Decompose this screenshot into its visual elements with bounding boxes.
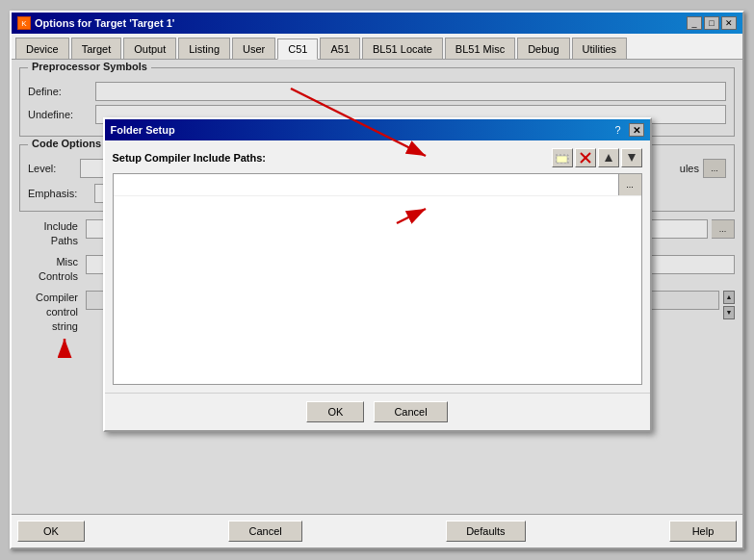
dialog-title-bar: Folder Setup ? ✕ <box>105 119 650 140</box>
move-down-btn[interactable] <box>621 148 642 167</box>
delete-icon <box>580 152 591 164</box>
down-arrow-icon <box>627 153 637 163</box>
dialog-title: Folder Setup <box>111 124 175 136</box>
tab-bl51-misc[interactable]: BL51 Misc <box>445 38 515 59</box>
bottom-toolbar: OK Cancel Defaults Help <box>12 514 742 547</box>
help-button[interactable]: Help <box>669 521 737 542</box>
window-title: Options for Target 'Target 1' <box>35 17 174 29</box>
dialog-browse-btn[interactable]: ... <box>618 174 641 195</box>
svg-marker-4 <box>605 154 612 162</box>
close-button[interactable]: ✕ <box>721 16 737 30</box>
svg-marker-5 <box>628 154 636 162</box>
up-arrow-icon <box>604 153 613 163</box>
dialog-cancel-btn[interactable]: Cancel <box>374 401 447 422</box>
ok-button[interactable]: OK <box>17 521 85 542</box>
dialog-toolbar-label: Setup Compiler Include Paths: <box>113 152 267 164</box>
maximize-button[interactable]: □ <box>704 16 719 30</box>
tab-listing[interactable]: Listing <box>178 38 230 59</box>
new-folder-icon <box>556 152 569 164</box>
dialog-list-area: ... <box>113 173 642 385</box>
tab-bl51-locate[interactable]: BL51 Locate <box>362 38 443 59</box>
dialog-bottom: OK Cancel <box>105 393 650 430</box>
tab-c51[interactable]: C51 <box>277 38 318 60</box>
app-icon: K <box>17 16 31 30</box>
tab-user[interactable]: User <box>232 38 275 59</box>
dialog-overlay: Folder Setup ? ✕ Setup Compiler Include … <box>12 60 742 514</box>
dialog-ok-btn[interactable]: OK <box>306 401 364 422</box>
tab-a51[interactable]: A51 <box>320 38 360 59</box>
svg-rect-1 <box>557 156 567 163</box>
dialog-toolbar-buttons <box>552 148 642 167</box>
cancel-button[interactable]: Cancel <box>228 521 301 542</box>
defaults-button[interactable]: Defaults <box>446 521 525 542</box>
delete-btn[interactable] <box>575 148 596 167</box>
tab-bar: Device Target Output Listing User C51 A5… <box>12 34 742 60</box>
move-up-btn[interactable] <box>598 148 619 167</box>
dialog-content: Setup Compiler Include Paths: <box>105 140 650 393</box>
title-bar: K Options for Target 'Target 1' _ □ ✕ <box>12 13 742 34</box>
folder-setup-dialog: Folder Setup ? ✕ Setup Compiler Include … <box>103 117 652 432</box>
title-controls: _ □ ✕ <box>687 16 737 30</box>
tab-device[interactable]: Device <box>15 38 69 59</box>
dialog-help-btn[interactable]: ? <box>609 124 626 136</box>
main-window: K Options for Target 'Target 1' _ □ ✕ De… <box>10 11 744 549</box>
tab-output[interactable]: Output <box>123 38 176 59</box>
tab-debug[interactable]: Debug <box>517 38 569 59</box>
dialog-path-input[interactable] <box>114 174 618 195</box>
dialog-toolbar: Setup Compiler Include Paths: <box>113 148 642 167</box>
new-folder-btn[interactable] <box>552 148 573 167</box>
minimize-button[interactable]: _ <box>687 16 702 30</box>
tab-utilities[interactable]: Utilities <box>572 38 627 59</box>
title-bar-left: K Options for Target 'Target 1' <box>17 16 174 30</box>
dialog-title-controls: ? ✕ <box>609 123 643 137</box>
dialog-close-btn[interactable]: ✕ <box>629 123 644 137</box>
main-content: Preprocessor Symbols Define: Undefine: C… <box>12 60 742 514</box>
tab-target[interactable]: Target <box>71 38 122 59</box>
dialog-input-row: ... <box>114 174 641 196</box>
